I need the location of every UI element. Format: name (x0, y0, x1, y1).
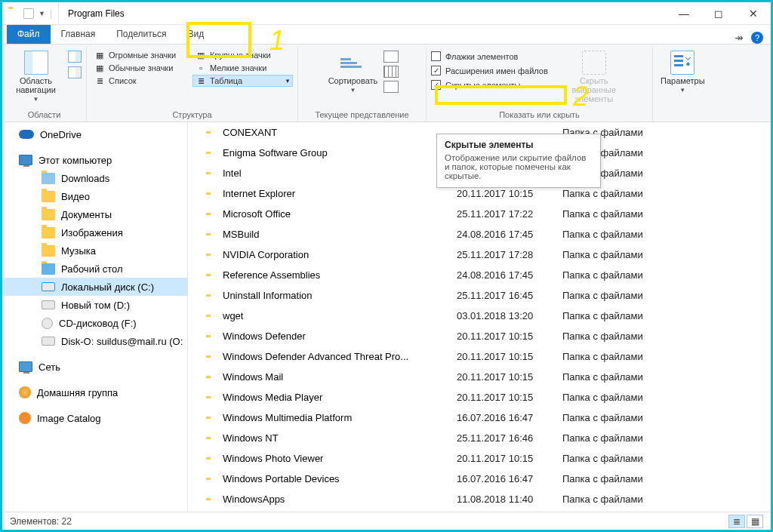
layout-extra-large[interactable]: ▦Огромные значки (91, 49, 192, 61)
table-row[interactable]: Windows Multimedia Platform16.07.2016 16… (188, 407, 771, 428)
file-type: Папка с файлами (562, 392, 771, 403)
table-row[interactable]: Windows Media Player20.11.2017 10:15Папк… (188, 387, 771, 407)
file-name: Windows Media Player (223, 392, 457, 403)
tab-file[interactable]: Файл (7, 25, 51, 44)
file-date: 25.11.2017 17:28 (457, 249, 562, 260)
table-row[interactable]: Windows Defender20.11.2017 10:15Папка с … (188, 326, 771, 346)
nav-pictures[interactable]: Изображения (2, 223, 187, 241)
tooltip-title: Скрытые элементы (445, 140, 593, 150)
onedrive-icon (19, 130, 34, 139)
file-date: 25.11.2017 16:45 (457, 290, 562, 301)
nav-onedrive[interactable]: OneDrive (2, 125, 187, 143)
small-icons-icon: ▫ (195, 63, 207, 73)
nav-disk-c[interactable]: Локальный диск (C:) (2, 278, 187, 296)
file-date: 20.11.2017 10:15 (457, 331, 562, 342)
file-date: 25.11.2017 16:46 (457, 432, 562, 444)
file-date: 11.08.2018 11:40 (457, 494, 562, 505)
status-item-count: Элементов: 22 (10, 516, 72, 527)
qat-dropdown-icon[interactable]: ▼ (38, 10, 45, 17)
group-layout-label: Структура (172, 109, 211, 121)
file-name: Intel (223, 168, 457, 179)
file-date: 03.01.2018 13:20 (457, 310, 562, 321)
file-type: Папка с файлами (562, 188, 771, 199)
size-columns-icon[interactable] (383, 81, 399, 93)
nav-documents[interactable]: Документы (2, 205, 187, 223)
file-name: Windows NT (223, 432, 457, 444)
nav-this-pc[interactable]: Этот компьютер (2, 151, 187, 169)
view-details-toggle[interactable]: ≣ (728, 515, 745, 528)
sort-label: Сортировать (328, 76, 378, 85)
details-pane-icon[interactable] (68, 66, 82, 78)
file-date: 16.07.2016 16:47 (457, 473, 562, 484)
nav-downloads[interactable]: Downloads (2, 169, 187, 187)
hide-selected-button: Скрыть выбранные элементы (557, 49, 631, 105)
nav-homegroup[interactable]: Домашняя группа (2, 383, 187, 401)
table-row[interactable]: Windows Photo Viewer20.11.2017 10:15Папк… (188, 448, 771, 469)
group-by-icon[interactable] (383, 51, 399, 63)
file-type: Папка с файлами (562, 412, 771, 423)
nav-image-catalog[interactable]: Image Catalog (2, 409, 187, 427)
table-row[interactable]: Reference Assemblies24.08.2016 17:45Папк… (188, 265, 771, 285)
folder-icon (42, 227, 55, 238)
checkbox-item-checkboxes[interactable]: Флажки элементов (431, 51, 548, 62)
sort-button[interactable]: Сортировать ▼ (325, 49, 381, 95)
table-row[interactable]: MSBuild24.08.2016 17:45Папка с файлами (188, 224, 771, 244)
nav-disk-d[interactable]: Новый том (D:) (2, 296, 187, 314)
layout-list[interactable]: ≣Список (91, 75, 192, 87)
navigation-pane-button[interactable]: Область навигации ▼ (7, 49, 65, 104)
layout-details[interactable]: ≣Таблица▼ (192, 75, 293, 87)
preview-pane-icon[interactable] (68, 51, 82, 63)
nav-videos[interactable]: Видео (2, 187, 187, 205)
quick-access-toolbar: ▼ | (2, 2, 59, 24)
folder-icon (42, 173, 55, 184)
list-icon: ≣ (94, 75, 106, 86)
table-row[interactable]: Windows Defender Advanced Threat Pro...2… (188, 346, 771, 367)
help-icon[interactable]: ? (751, 32, 763, 44)
nav-music[interactable]: Музыка (2, 241, 187, 260)
table-row[interactable]: WindowsApps11.08.2018 11:40Папка с файла… (188, 489, 771, 509)
status-bar: Элементов: 22 ≣ ▦ (2, 512, 771, 530)
maximize-button[interactable]: ◻ (701, 2, 736, 25)
tab-view[interactable]: Вид (177, 25, 214, 44)
image-catalog-icon (19, 412, 31, 424)
add-columns-icon[interactable] (383, 66, 399, 78)
file-type: Папка с файлами (562, 432, 771, 444)
group-current-view-label: Текущее представление (315, 109, 408, 121)
minimize-ribbon-icon[interactable]: ↠ (735, 32, 744, 44)
file-date: 20.11.2017 10:15 (457, 188, 562, 199)
layout-small[interactable]: ▫Мелкие значки (192, 62, 293, 74)
table-row[interactable]: wget03.01.2018 13:20Папка с файлами (188, 306, 771, 326)
tab-share[interactable]: Поделиться (106, 25, 177, 44)
ribbon-tabs: Файл Главная Поделиться Вид ↠ ? (2, 25, 771, 45)
file-date: 20.11.2017 10:15 (457, 371, 562, 383)
table-row[interactable]: Microsoft Office25.11.2017 17:22Папка с … (188, 204, 771, 224)
properties-icon[interactable] (23, 8, 34, 19)
pc-icon (19, 155, 32, 165)
view-large-icons-toggle[interactable]: ▦ (747, 515, 763, 528)
checkbox-hidden-items[interactable]: ✓Скрытые элементы (431, 79, 548, 91)
table-row[interactable]: Windows NT25.11.2017 16:46Папка с файлам… (188, 428, 771, 448)
checkbox-file-extensions[interactable]: ✓Расширения имен файлов (431, 65, 548, 76)
table-row[interactable]: Windows Mail20.11.2017 10:15Папка с файл… (188, 367, 771, 387)
close-button[interactable]: ✕ (736, 2, 771, 25)
window-title: Program Files (59, 8, 125, 19)
nav-network[interactable]: Сеть (2, 358, 187, 376)
table-row[interactable]: NVIDIA Corporation25.11.2017 17:28Папка … (188, 244, 771, 265)
large-icons-icon: ▦ (195, 50, 207, 60)
file-name: Windows Photo Viewer (223, 453, 457, 464)
tab-home[interactable]: Главная (51, 25, 106, 44)
checkbox-icon: ✓ (431, 80, 441, 90)
table-row[interactable]: Windows Portable Devices16.07.2016 16:47… (188, 469, 771, 489)
minimize-button[interactable]: — (667, 2, 701, 25)
table-row[interactable]: Uninstall Information25.11.2017 16:45Пап… (188, 285, 771, 306)
nav-disk-o[interactable]: Disk-O: suildus@mail.ru (O: (2, 332, 187, 350)
layout-large[interactable]: ▦Крупные значки (192, 49, 293, 61)
layout-medium[interactable]: ▦Обычные значки (91, 62, 192, 74)
navigation-tree[interactable]: OneDrive Этот компьютер Downloads Видео … (2, 122, 188, 512)
nav-desktop[interactable]: Рабочий стол (2, 260, 187, 278)
nav-disk-f[interactable]: CD-дисковод (F:) (2, 314, 187, 332)
file-type: Папка с файлами (562, 310, 771, 321)
navigation-pane-label: Область навигации (10, 76, 62, 94)
file-type: Папка с файлами (562, 249, 771, 260)
options-button[interactable]: Параметры ▼ (658, 49, 708, 95)
